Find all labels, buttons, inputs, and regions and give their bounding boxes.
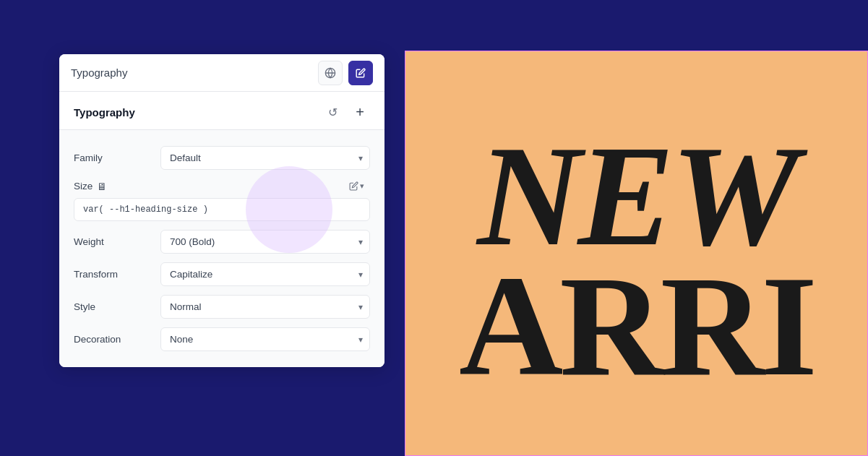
reset-button[interactable]: ↺ [322, 102, 343, 122]
size-row-top: Size 🖥 ▾ [74, 178, 370, 194]
size-edit-area: ▾ [343, 178, 370, 194]
family-select-wrapper: Default Arial Georgia Helvetica [160, 146, 370, 170]
family-select[interactable]: Default Arial Georgia Helvetica [160, 146, 370, 170]
globe-button[interactable] [318, 61, 343, 85]
section-actions: ↺ + [322, 102, 370, 122]
transform-select[interactable]: None Capitalize Uppercase Lowercase [160, 262, 370, 286]
panel-header: Typography [59, 54, 384, 92]
weight-select-wrapper: 100 (Thin) 300 (Light) 400 (Regular) 700… [160, 230, 370, 254]
decoration-row: Decoration None Underline Overline Line-… [74, 323, 370, 356]
style-label: Style [74, 301, 160, 312]
size-input[interactable] [74, 198, 370, 221]
section-title: Typography [74, 106, 135, 119]
weight-label: Weight [74, 236, 160, 247]
panel-header-actions [318, 61, 373, 85]
style-row: Style Normal Italic Oblique [74, 291, 370, 323]
transform-row: Transform None Capitalize Uppercase Lowe… [74, 258, 370, 291]
form-area: Family Default Arial Georgia Helvetica S… [59, 130, 384, 367]
transform-control: None Capitalize Uppercase Lowercase [160, 262, 370, 286]
size-label: Size 🖥 [74, 181, 160, 192]
transform-label: Transform [74, 269, 160, 280]
canvas-text-arri: ARRI [459, 254, 814, 398]
canvas-content: NEW ARRI [405, 51, 868, 456]
pencil-small-icon [349, 181, 358, 191]
family-row: Family Default Arial Georgia Helvetica [74, 142, 370, 174]
style-select[interactable]: Normal Italic Oblique [160, 295, 370, 319]
size-row: Size 🖥 ▾ [74, 174, 370, 225]
globe-icon [325, 67, 336, 79]
family-control: Default Arial Georgia Helvetica [160, 146, 370, 170]
decoration-select[interactable]: None Underline Overline Line-through [160, 327, 370, 351]
panel-header-title: Typography [71, 66, 127, 79]
weight-control: 100 (Thin) 300 (Light) 400 (Regular) 700… [160, 230, 370, 254]
pencil-icon [356, 68, 366, 78]
edit-button[interactable] [348, 61, 373, 85]
size-pencil-dropdown[interactable]: ▾ [343, 178, 370, 194]
transform-select-wrapper: None Capitalize Uppercase Lowercase [160, 262, 370, 286]
style-control: Normal Italic Oblique [160, 295, 370, 319]
weight-select[interactable]: 100 (Thin) 300 (Light) 400 (Regular) 700… [160, 230, 370, 254]
add-button[interactable]: + [350, 102, 370, 122]
typography-panel: Typography Typography ↺ [59, 54, 384, 367]
decoration-control: None Underline Overline Line-through [160, 327, 370, 351]
family-label: Family [74, 152, 160, 163]
section-header: Typography ↺ + [59, 92, 384, 130]
style-select-wrapper: Normal Italic Oblique [160, 295, 370, 319]
dropdown-chevron: ▾ [360, 181, 364, 191]
decoration-label: Decoration [74, 334, 160, 345]
monitor-icon: 🖥 [97, 181, 107, 192]
decoration-select-wrapper: None Underline Overline Line-through [160, 327, 370, 351]
weight-row: Weight 100 (Thin) 300 (Light) 400 (Regul… [74, 225, 370, 258]
